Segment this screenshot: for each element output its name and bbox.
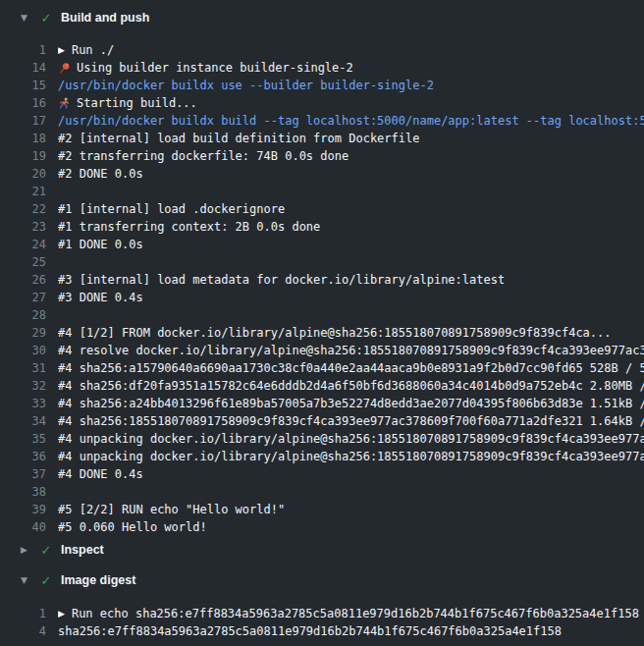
line-number[interactable]: 19 <box>0 147 46 165</box>
line-number[interactable]: 40 <box>0 518 46 536</box>
line-text: #4 [1/2] FROM docker.io/library/alpine@s… <box>58 324 612 342</box>
workflow-log-viewer: ▼✓Build and push1▶Run ./14Using builder … <box>0 0 644 646</box>
line-number[interactable]: 1 <box>0 605 46 622</box>
log-line: 1▶Run echo sha256:e7ff8834a5963a2785c5a0… <box>0 605 644 622</box>
line-number[interactable]: 30 <box>0 342 46 359</box>
section-title: Inspect <box>61 543 104 557</box>
log-block-build-and-push: 1▶Run ./14Using builder instance builder… <box>0 41 644 536</box>
line-content: #5 [2/2] RUN echo "Hello world!" <box>58 501 285 518</box>
log-line: 25 <box>0 253 644 271</box>
line-number[interactable]: 36 <box>0 448 46 465</box>
line-text: #4 resolve docker.io/library/alpine@sha2… <box>58 342 644 359</box>
line-number[interactable]: 34 <box>0 412 46 430</box>
line-content: Using builder instance builder-single-2 <box>58 59 353 77</box>
line-number[interactable]: 4 <box>0 622 46 640</box>
line-text: #1 [internal] load .dockerignore <box>58 200 285 218</box>
log-line: 35#4 unpacking docker.io/library/alpine@… <box>0 430 644 448</box>
line-content: #4 sha256:a24bb4013296f61e89ba57005a7b3e… <box>58 395 644 412</box>
line-number[interactable]: 23 <box>0 218 46 236</box>
check-icon: ✓ <box>39 11 53 26</box>
line-number[interactable]: 16 <box>0 94 46 112</box>
log-line: 32#4 sha256:df20fa9351a15782c64e6dddb2d4… <box>0 377 644 395</box>
line-text: #5 [2/2] RUN echo "Hello world!" <box>58 501 285 518</box>
section-header-build-and-push[interactable]: ▼✓Build and push <box>0 7 644 28</box>
line-text: #1 transferring context: 2B 0.0s done <box>58 218 320 236</box>
line-content: #1 [internal] load .dockerignore <box>58 200 285 218</box>
log-line: 15/usr/bin/docker buildx use --builder b… <box>0 77 644 94</box>
line-content: #4 DONE 0.4s <box>58 465 143 483</box>
line-text: Run echo sha256:e7ff8834a5963a2785c5a081… <box>72 605 639 622</box>
line-content: Starting build... <box>58 94 197 112</box>
line-number[interactable]: 38 <box>0 483 46 501</box>
line-number[interactable]: 28 <box>0 306 46 324</box>
line-number[interactable]: 27 <box>0 289 46 306</box>
log-line: 18#2 [internal] load build definition fr… <box>0 130 644 147</box>
log-line: 39#5 [2/2] RUN echo "Hello world!" <box>0 501 644 518</box>
section-header-image-digest[interactable]: ▼✓Image digest <box>0 569 644 591</box>
log-line: 31#4 sha256:a15790640a6690aa1730c38cf0a4… <box>0 359 644 377</box>
line-content: #3 [internal] load metadata for docker.i… <box>58 271 505 289</box>
line-number[interactable]: 24 <box>0 236 46 253</box>
line-number[interactable]: 37 <box>0 465 46 483</box>
play-icon[interactable]: ▶ <box>58 41 65 59</box>
line-number[interactable]: 15 <box>0 77 46 94</box>
line-text: #4 sha256:a24bb4013296f61e89ba57005a7b3e… <box>58 395 644 412</box>
chevron-right-icon: ▶ <box>19 545 29 555</box>
line-content: #4 resolve docker.io/library/alpine@sha2… <box>58 342 644 359</box>
line-number[interactable]: 20 <box>0 165 46 183</box>
chevron-down-icon: ▼ <box>19 575 29 585</box>
line-text: #4 sha256:df20fa9351a15782c64e6dddb2d4a6… <box>58 377 644 395</box>
section-title: Build and push <box>61 11 149 25</box>
line-text: #4 unpacking docker.io/library/alpine@sh… <box>58 448 644 465</box>
section-title: Image digest <box>61 573 135 587</box>
check-icon: ✓ <box>39 543 53 558</box>
line-text: #3 [internal] load metadata for docker.i… <box>58 271 505 289</box>
log-line: 17/usr/bin/docker buildx build --tag loc… <box>0 112 644 130</box>
line-content: #4 unpacking docker.io/library/alpine@sh… <box>58 430 644 448</box>
line-text: Using builder instance builder-single-2 <box>77 59 353 77</box>
line-number[interactable]: 26 <box>0 271 46 289</box>
check-icon: ✓ <box>39 573 53 588</box>
log-line: 14Using builder instance builder-single-… <box>0 59 644 77</box>
pin-icon <box>58 61 71 75</box>
chevron-down-icon: ▼ <box>19 13 29 23</box>
line-number[interactable]: 33 <box>0 395 46 412</box>
line-number[interactable]: 35 <box>0 430 46 448</box>
line-number[interactable]: 25 <box>0 253 46 271</box>
log-line: 26#3 [internal] load metadata for docker… <box>0 271 644 289</box>
line-content: #3 DONE 0.4s <box>58 289 143 306</box>
line-content: #2 [internal] load build definition from… <box>58 130 419 147</box>
log-line: 36#4 unpacking docker.io/library/alpine@… <box>0 448 644 465</box>
line-content: #4 [1/2] FROM docker.io/library/alpine@s… <box>58 324 612 342</box>
line-number[interactable]: 17 <box>0 112 46 130</box>
section-header-inspect[interactable]: ▶✓Inspect <box>0 539 644 561</box>
log-line: 1▶Run ./ <box>0 41 644 59</box>
line-text: #4 sha256:185518070891758909c9f839cf4ca3… <box>58 412 644 430</box>
log-line: 21 <box>0 183 644 200</box>
line-content: #1 DONE 0.0s <box>58 236 143 253</box>
line-content: /usr/bin/docker buildx build --tag local… <box>58 112 644 130</box>
line-text: /usr/bin/docker buildx use --builder bui… <box>58 77 434 94</box>
line-content: /usr/bin/docker buildx use --builder bui… <box>58 77 434 94</box>
line-number[interactable]: 14 <box>0 59 46 77</box>
log-sections: ▼✓Build and push1▶Run ./14Using builder … <box>0 7 644 640</box>
line-number[interactable]: 1 <box>0 41 46 59</box>
line-number[interactable]: 21 <box>0 183 46 200</box>
log-block-image-digest: 1▶Run echo sha256:e7ff8834a5963a2785c5a0… <box>0 605 644 640</box>
play-icon[interactable]: ▶ <box>58 605 65 622</box>
line-content: #5 0.060 Hello world! <box>58 518 207 536</box>
log-line: 4sha256:e7ff8834a5963a2785c5a0811e979d16… <box>0 622 644 640</box>
line-text: #3 DONE 0.4s <box>58 289 143 306</box>
line-text: #4 sha256:a15790640a6690aa1730c38cf0a440… <box>58 359 644 377</box>
line-number[interactable]: 32 <box>0 377 46 395</box>
line-number[interactable]: 22 <box>0 200 46 218</box>
line-number[interactable]: 18 <box>0 130 46 147</box>
line-content: #4 unpacking docker.io/library/alpine@sh… <box>58 448 644 465</box>
log-line: 24#1 DONE 0.0s <box>0 236 644 253</box>
line-text: Starting build... <box>77 94 197 112</box>
log-line: 20#2 DONE 0.0s <box>0 165 644 183</box>
line-number[interactable]: 31 <box>0 359 46 377</box>
line-number[interactable]: 29 <box>0 324 46 342</box>
line-number[interactable]: 39 <box>0 501 46 518</box>
line-content: #1 transferring context: 2B 0.0s done <box>58 218 320 236</box>
